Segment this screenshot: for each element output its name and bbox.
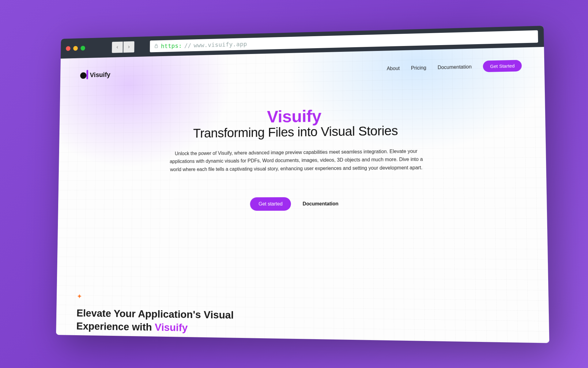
url-separator: // [184, 42, 191, 49]
lock-icon [154, 43, 159, 50]
brand-name: Visuify [90, 71, 110, 79]
chevron-right-icon [127, 45, 131, 49]
nav-link-about[interactable]: About [387, 66, 400, 71]
hero-ctas: Get started Documentation [148, 197, 447, 211]
features-heading-line1: Elevate Your Application's Visual [77, 307, 234, 321]
minimize-icon[interactable] [73, 46, 78, 51]
hero-documentation-link[interactable]: Documentation [303, 201, 338, 207]
svg-rect-0 [155, 46, 158, 48]
hero-description: Unlock the power of Visuify, where advan… [166, 147, 428, 174]
features-heading-section: ✦ Elevate Your Application's Visual Expe… [76, 293, 234, 335]
close-icon[interactable] [66, 46, 70, 51]
maximize-icon[interactable] [81, 46, 85, 51]
forward-button[interactable] [123, 41, 134, 53]
get-started-button[interactable]: Get Started [483, 60, 522, 72]
brand-mark-icon [80, 71, 88, 79]
hero-get-started-button[interactable]: Get started [250, 197, 291, 211]
url-host: www.visuify.app [194, 40, 247, 49]
chevron-left-icon [115, 45, 119, 49]
nav-link-documentation[interactable]: Documentation [438, 64, 472, 70]
brand-logo[interactable]: Visuify [80, 71, 111, 79]
site-header: Visuify About Pricing Documentation Get … [80, 60, 522, 81]
browser-window: https://www.visuify.app Visuify About Pr… [56, 26, 549, 343]
features-heading: Elevate Your Application's Visual Experi… [76, 306, 234, 335]
features-heading-line2-pre: Experience with [76, 320, 155, 333]
url-protocol: https: [161, 42, 182, 50]
nav-links: About Pricing Documentation Get Started [387, 60, 522, 74]
features-heading-accent: Visuify [155, 321, 188, 333]
nav-link-pricing[interactable]: Pricing [411, 65, 426, 71]
hero-section: Visuify Transforming Files into Visual S… [148, 104, 447, 211]
sparkle-icon: ✦ [77, 293, 234, 302]
back-button[interactable] [112, 42, 123, 53]
page-viewport: Visuify About Pricing Documentation Get … [56, 47, 549, 343]
nav-buttons [112, 41, 134, 53]
window-controls [66, 46, 85, 51]
